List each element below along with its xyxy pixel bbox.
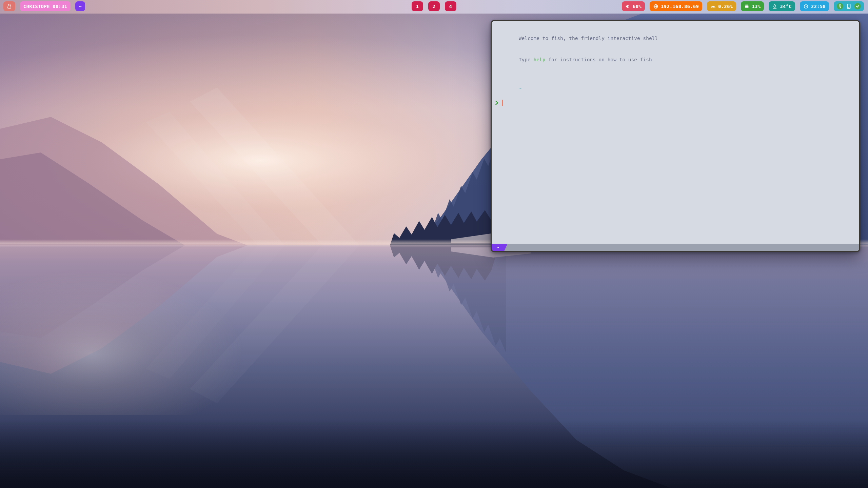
terminal-prompt-line	[495, 99, 856, 106]
clock-icon	[803, 4, 809, 9]
workspace-1-button[interactable]: 1	[412, 1, 423, 11]
key-icon[interactable]	[837, 3, 843, 9]
terminal-cwd-line: ~	[495, 78, 856, 99]
speaker-icon	[625, 4, 630, 9]
phone-icon[interactable]	[846, 3, 851, 9]
path-badge[interactable]: ~	[75, 1, 85, 11]
statusbar-right-cluster: 60% 192.168.86.69 0.26%	[622, 1, 864, 11]
user-clock-badge[interactable]: CHRISTOPH 00:31	[20, 1, 71, 11]
clock-badge[interactable]: 22:58	[800, 1, 829, 11]
cwd-label: ~	[519, 85, 522, 91]
fish-help-keyword: help	[534, 57, 546, 62]
memory-badge[interactable]: 13%	[741, 1, 764, 11]
terminal-tab-title: ~	[497, 245, 499, 250]
terminal-line: Type help for instructions on how to use…	[495, 49, 856, 70]
terminal-tab-bar: ~	[492, 244, 859, 251]
os-badge[interactable]	[3, 1, 15, 11]
memory-icon	[744, 4, 749, 9]
workspace-1-label: 1	[416, 4, 419, 9]
workspace-4-label: 4	[449, 4, 452, 9]
thermometer-icon	[772, 4, 777, 9]
network-badge[interactable]: 192.168.86.69	[650, 1, 702, 11]
temperature-label: 34°C	[780, 4, 792, 9]
fish-help-suffix: for instructions on how to use fish	[545, 57, 652, 62]
desktop: CHRISTOPH 00:31 ~ 1 2 4 60%	[0, 0, 868, 488]
workspace-2-label: 2	[433, 4, 436, 9]
memory-label: 13%	[752, 4, 761, 9]
gauge-icon	[710, 4, 716, 9]
text-cursor	[502, 100, 503, 106]
terminal-line: Welcome to fish, the friendly interactiv…	[495, 28, 856, 49]
status-bar: CHRISTOPH 00:31 ~ 1 2 4 60%	[0, 0, 868, 14]
path-label: ~	[79, 4, 82, 9]
terminal-window: Welcome to fish, the friendly interactiv…	[491, 20, 860, 252]
workspace-switcher: 1 2 4	[412, 1, 456, 11]
volume-label: 60%	[633, 4, 642, 9]
terminal-content[interactable]: Welcome to fish, the friendly interactiv…	[492, 21, 859, 244]
check-icon[interactable]	[854, 3, 861, 9]
system-tray	[834, 1, 864, 11]
temperature-badge[interactable]: 34°C	[769, 1, 795, 11]
workspace-4-button[interactable]: 4	[445, 1, 456, 11]
globe-icon	[653, 4, 658, 9]
terminal-blank-line	[495, 70, 856, 78]
fish-welcome-text: Welcome to fish, the friendly interactiv…	[519, 36, 658, 41]
cpu-load-badge[interactable]: 0.26%	[707, 1, 736, 11]
terminal-tab-home[interactable]: ~	[492, 244, 508, 251]
statusbar-left-cluster: CHRISTOPH 00:31 ~	[3, 1, 85, 11]
volume-badge[interactable]: 60%	[622, 1, 645, 11]
fish-help-prefix: Type	[519, 57, 534, 62]
network-ip-label: 192.168.86.69	[661, 4, 699, 9]
user-clock-label: CHRISTOPH 00:31	[23, 4, 67, 9]
workspace-2-button[interactable]: 2	[428, 1, 440, 11]
cpu-load-label: 0.26%	[718, 4, 733, 9]
linux-tux-icon	[7, 3, 12, 9]
prompt-chevron-icon	[495, 100, 499, 105]
clock-label: 22:58	[811, 4, 826, 9]
